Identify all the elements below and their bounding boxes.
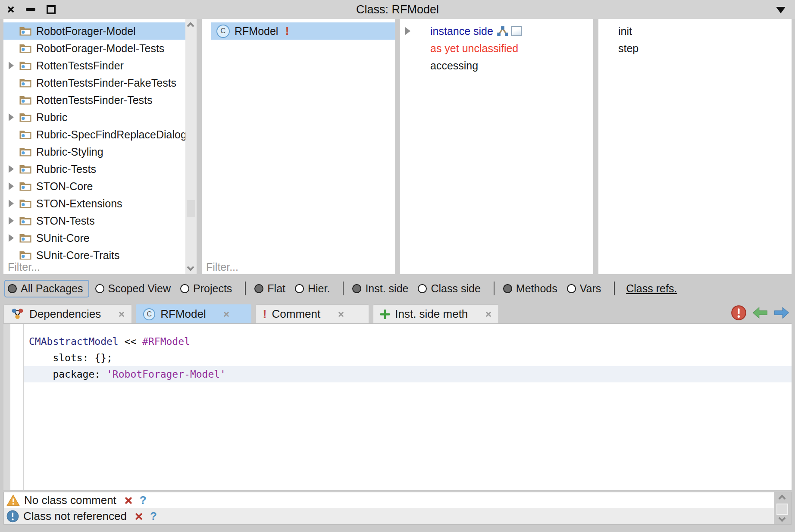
package-folder-icon	[19, 233, 32, 243]
tab-close-icon[interactable]	[223, 311, 230, 317]
tab-inst-side-meth[interactable]: Inst. side meth	[373, 304, 499, 323]
package-row[interactable]: RottenTestsFinder-FakeTests	[3, 74, 185, 91]
package-row[interactable]: Rubric-Styling	[3, 143, 185, 160]
back-arrow-icon[interactable]	[752, 306, 768, 319]
scrollbar-thumb[interactable]	[776, 504, 788, 515]
package-row[interactable]: RobotForager-Model-Tests	[3, 40, 185, 57]
help-icon[interactable]: ?	[140, 494, 147, 507]
package-row[interactable]: STON-Core	[3, 178, 185, 195]
scroll-up-icon[interactable]	[187, 22, 194, 30]
radio-icon[interactable]	[418, 284, 427, 293]
package-row[interactable]: STON-Tests	[3, 212, 185, 229]
radio-icon[interactable]	[567, 284, 576, 293]
package-filter-input[interactable]	[3, 260, 185, 274]
radio-option[interactable]: Class side	[418, 282, 480, 295]
radio-icon[interactable]	[352, 284, 361, 293]
status-row[interactable]: Class not referenced ?	[4, 508, 774, 524]
status-scrollbar[interactable]	[774, 492, 791, 524]
protocol-row[interactable]: accessing	[400, 57, 593, 74]
package-row[interactable]: RottenTestsFinder	[3, 57, 185, 74]
window-menu-dropdown-icon[interactable]	[776, 7, 786, 13]
package-row[interactable]: Rubric-SpecFindReplaceDialog	[3, 126, 185, 143]
radio-icon[interactable]	[503, 284, 512, 293]
extend-checkbox-icon[interactable]	[511, 26, 522, 36]
package-name: STON-Tests	[36, 215, 95, 227]
tab-close-icon[interactable]	[118, 311, 125, 317]
expander-icon[interactable]	[405, 27, 410, 35]
radio-option[interactable]: Methods	[503, 282, 557, 295]
radio-icon[interactable]	[8, 284, 17, 293]
package-name: Rubric-SpecFindReplaceDialog	[36, 128, 185, 141]
class-filter-input[interactable]	[202, 260, 395, 274]
package-name: RobotForager-Model	[36, 25, 136, 38]
package-row[interactable]: RottenTestsFinder-Tests	[3, 91, 185, 109]
radio-icon[interactable]	[295, 284, 304, 293]
dismiss-icon[interactable]	[124, 496, 133, 505]
code-editor[interactable]: CMAbstractModel << #RFModel slots: {}; p…	[3, 323, 792, 490]
radio-label: All Packages	[21, 282, 83, 295]
class-refs-link[interactable]: Class refs.	[626, 282, 677, 295]
radio-option[interactable]: Projects	[180, 282, 232, 295]
tab-close-icon[interactable]	[485, 311, 491, 317]
forward-arrow-icon[interactable]	[773, 306, 790, 319]
radio-icon[interactable]	[180, 284, 189, 293]
close-window-icon[interactable]	[7, 6, 15, 13]
status-row[interactable]: No class comment ?	[4, 492, 774, 508]
expander-icon[interactable]	[9, 113, 14, 121]
tab-dependencies[interactable]: Dependencies	[3, 304, 132, 323]
method-row[interactable]: step	[613, 40, 792, 57]
scroll-up-icon[interactable]	[779, 495, 786, 502]
window-title: Class: RFModel	[0, 3, 795, 16]
package-folder-icon	[19, 164, 32, 174]
toolbar-separator	[343, 282, 344, 295]
expander-icon[interactable]	[9, 182, 14, 190]
expander-icon[interactable]	[9, 234, 14, 242]
package-row[interactable]: Rubric-Tests	[3, 160, 185, 178]
radio-option[interactable]: Vars	[567, 282, 601, 295]
radio-label: Inst. side	[365, 282, 408, 295]
browse-hierarchy-icon[interactable]	[497, 26, 509, 36]
protocol-row[interactable]: as yet unclassified	[400, 40, 593, 57]
radio-option[interactable]: Scoped View	[95, 282, 171, 295]
class-row[interactable]: C RFModel !	[211, 22, 395, 40]
protocol-row[interactable]: instance side	[400, 22, 593, 40]
tab-rfmodel[interactable]: C RFModel	[136, 304, 251, 323]
radio-icon[interactable]	[254, 284, 263, 293]
package-row[interactable]: Rubric	[3, 109, 185, 126]
status-label: Class not referenced	[23, 510, 127, 523]
tab-close-icon[interactable]	[338, 311, 344, 317]
package-name: RobotForager-Model-Tests	[36, 42, 164, 55]
package-name: SUnit-Core	[36, 232, 90, 244]
radio-option[interactable]: All Packages	[4, 280, 89, 297]
package-folder-icon	[19, 26, 32, 36]
radio-icon[interactable]	[95, 284, 104, 293]
scrollbar-thumb[interactable]	[187, 200, 195, 217]
package-folder-icon	[19, 147, 32, 157]
maximize-window-icon[interactable]	[47, 5, 56, 14]
radio-option[interactable]: Hier.	[295, 282, 330, 295]
nav-cluster	[731, 305, 792, 323]
code-area[interactable]: CMAbstractModel << #RFModel slots: {}; p…	[24, 324, 792, 490]
package-row[interactable]: SUnit-Core-Traits	[3, 247, 185, 260]
expander-icon[interactable]	[9, 200, 14, 207]
help-icon[interactable]: ?	[150, 510, 157, 523]
scroll-down-icon[interactable]	[779, 515, 786, 522]
package-row[interactable]: RobotForager-Model	[3, 22, 185, 40]
expander-icon[interactable]	[9, 217, 14, 225]
expander-icon[interactable]	[9, 62, 14, 69]
tab-comment[interactable]: ! Comment	[255, 304, 369, 323]
radio-option[interactable]: Inst. side	[352, 282, 408, 295]
scroll-down-icon[interactable]	[187, 264, 194, 271]
radio-option[interactable]: Flat	[254, 282, 285, 295]
minimize-window-icon[interactable]	[26, 8, 35, 11]
package-row[interactable]: SUnit-Core	[3, 229, 185, 247]
package-row[interactable]: STON-Extensions	[3, 195, 185, 212]
dismiss-icon[interactable]	[135, 512, 143, 521]
packages-scrollbar[interactable]	[185, 19, 197, 274]
package-folder-icon	[19, 198, 32, 209]
expander-icon[interactable]	[9, 165, 14, 173]
tab-label: Inst. side meth	[395, 307, 468, 321]
error-badge-icon[interactable]	[731, 305, 747, 321]
code-operator: <<	[119, 336, 142, 347]
method-row[interactable]: init	[613, 22, 792, 40]
